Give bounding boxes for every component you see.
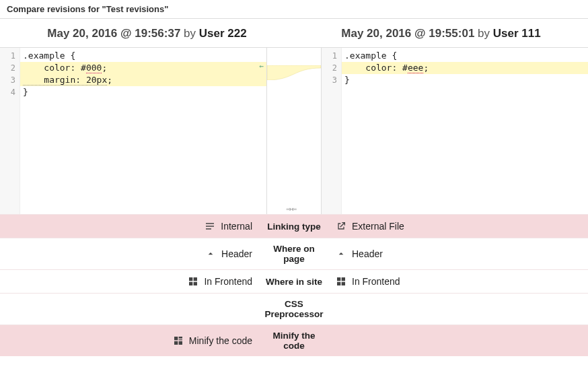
code-line: } bbox=[342, 74, 588, 86]
external-icon bbox=[336, 221, 346, 232]
chev-icon bbox=[336, 248, 346, 259]
code-line: .example { bbox=[342, 50, 588, 62]
property-row: In FrontendWhere in siteIn Frontend bbox=[0, 269, 588, 293]
property-right-value bbox=[328, 325, 588, 356]
left-gutter: 1234 bbox=[0, 48, 20, 214]
property-row: HeaderWhere on pageHeader bbox=[0, 238, 588, 269]
merge-arrow-icon[interactable]: ← bbox=[259, 62, 264, 71]
property-row: InternalLinking typeExternal File bbox=[0, 214, 588, 238]
minify-icon bbox=[173, 335, 184, 346]
page-title: Compare revisions for "Test revisions" bbox=[0, 0, 588, 19]
property-left-value: Header bbox=[0, 238, 260, 269]
property-row: CSS Preprocessor bbox=[0, 293, 588, 325]
property-label: Minify the code bbox=[260, 325, 328, 356]
property-label: Where in site bbox=[260, 270, 328, 293]
code-line: color: #eee; bbox=[342, 62, 588, 74]
left-revision-header: May 20, 2016 @ 19:56:37 by User 222 bbox=[0, 19, 294, 47]
left-code: ← .example { color: #000; margin: 20px;} bbox=[20, 48, 266, 214]
code-line: margin: 20px; bbox=[20, 74, 266, 86]
right-editor[interactable]: 123 .example { color: #eee;} bbox=[321, 47, 588, 214]
right-revision-header: May 20, 2016 @ 19:55:01 by User 111 bbox=[294, 19, 588, 47]
property-right-value: In Frontend bbox=[328, 270, 588, 293]
property-left-value: Minify the code bbox=[0, 325, 260, 356]
chev-icon bbox=[205, 248, 216, 259]
property-right-value: Header bbox=[328, 238, 588, 269]
right-gutter: 123 bbox=[322, 48, 342, 214]
property-right-value bbox=[328, 294, 588, 325]
property-label: CSS Preprocessor bbox=[260, 294, 328, 325]
property-left-value: In Frontend bbox=[0, 270, 260, 293]
property-label: Where on page bbox=[260, 238, 328, 269]
right-code: .example { color: #eee;} bbox=[342, 48, 588, 214]
internal-icon bbox=[205, 221, 215, 232]
property-left-value bbox=[0, 294, 260, 325]
property-label: Linking type bbox=[260, 215, 328, 238]
properties-table: InternalLinking typeExternal FileHeaderW… bbox=[0, 214, 588, 356]
diff-editors: 1234 ← .example { color: #000; margin: 2… bbox=[0, 47, 588, 214]
property-row: Minify the codeMinify the code bbox=[0, 325, 588, 356]
code-line: .example { bbox=[20, 50, 266, 62]
property-left-value: Internal bbox=[0, 215, 260, 238]
code-line: color: #000; bbox=[20, 62, 266, 74]
property-right-value: External File bbox=[328, 215, 588, 238]
code-line: } bbox=[20, 86, 266, 98]
grid-icon bbox=[336, 276, 346, 287]
diff-connector: ⇒⇐ bbox=[267, 47, 321, 214]
left-editor[interactable]: 1234 ← .example { color: #000; margin: 2… bbox=[0, 47, 267, 214]
merge-toggle-icon[interactable]: ⇒⇐ bbox=[286, 205, 297, 213]
revision-headers: May 20, 2016 @ 19:56:37 by User 222 May … bbox=[0, 19, 588, 47]
grid-icon bbox=[188, 276, 198, 287]
